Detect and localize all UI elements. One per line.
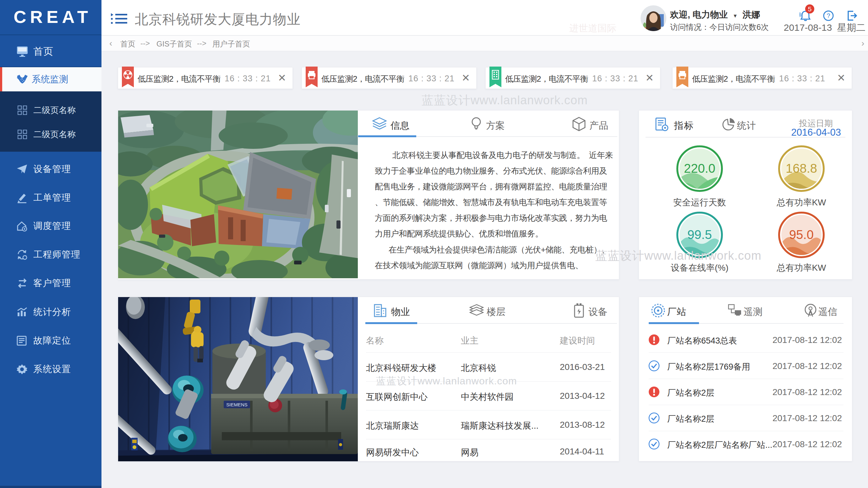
- svg-text:220.0: 220.0: [684, 161, 715, 175]
- svg-text:95.0: 95.0: [789, 228, 814, 241]
- svg-text:168.8: 168.8: [786, 161, 817, 175]
- svg-text:SIEMENS: SIEMENS: [226, 402, 248, 407]
- svg-text:99.5: 99.5: [687, 228, 712, 241]
- svg-text:?: ?: [827, 12, 830, 19]
